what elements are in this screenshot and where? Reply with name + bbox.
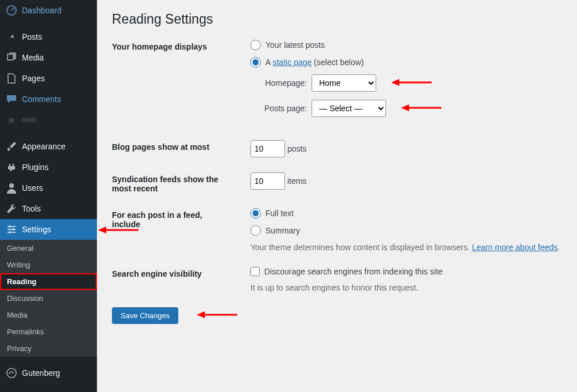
label-search-visibility: Search engine visibility: [112, 267, 227, 278]
user-icon: [6, 182, 17, 194]
sidebar-label: Comments: [22, 95, 61, 104]
posts-page-select-label: Posts page:: [261, 104, 307, 113]
sub-item-privacy[interactable]: Privacy: [0, 340, 97, 357]
admin-sidebar: Dashboard Posts Media Pages Comments ■ •…: [0, 0, 97, 392]
sidebar-item-pages[interactable]: Pages: [0, 68, 97, 89]
annotation-arrow-postspage: [401, 103, 441, 115]
sidebar-label: Appearance: [22, 142, 66, 151]
checkbox-label-discourage: Discourage search engines from indexing …: [264, 267, 443, 276]
row-feed-include: For each post in a feed, include Full te…: [112, 208, 562, 252]
sidebar-item-plugins[interactable]: Plugins: [0, 157, 97, 178]
sidebar-item-gutenberg[interactable]: Gutenberg: [0, 363, 97, 383]
sidebar-label: Posts: [22, 32, 42, 42]
checkbox-discourage[interactable]: [250, 267, 260, 276]
feed-note-pre: Your theme determines how content is dis…: [250, 243, 472, 252]
sidebar-item-settings[interactable]: Settings: [0, 219, 97, 240]
page-title: Reading Settings: [112, 12, 562, 27]
homepage-select-label: Homepage:: [261, 78, 307, 88]
sidebar-item-plugin[interactable]: ■ •••••: [0, 110, 97, 130]
media-icon: [6, 52, 17, 63]
radio-label-summary: Summary: [265, 226, 300, 235]
sidebar-label: •••••: [22, 115, 36, 125]
posts-page-select[interactable]: — Select —: [312, 100, 386, 117]
radio-full-text[interactable]: [250, 208, 261, 218]
radio-static-page[interactable]: [250, 57, 261, 67]
row-syndication: Syndication feeds show the most recent i…: [112, 172, 562, 193]
search-note: It is up to search engines to honor this…: [250, 283, 562, 292]
radio-latest-posts[interactable]: [250, 40, 261, 50]
static-page-link[interactable]: static page: [272, 58, 312, 67]
unit-posts: posts: [287, 144, 306, 153]
pages-icon: [6, 73, 17, 84]
pin-icon: [6, 31, 17, 43]
homepage-select[interactable]: Home: [312, 74, 376, 92]
svg-point-2: [9, 225, 11, 228]
label-blog-pages: Blog pages show at most: [112, 140, 227, 152]
plug-icon: [6, 161, 17, 173]
brush-icon: [6, 141, 17, 152]
sidebar-item-users[interactable]: Users: [0, 178, 97, 198]
sub-item-general[interactable]: General: [0, 240, 97, 257]
save-changes-button[interactable]: Save Changes: [112, 307, 178, 324]
sidebar-label: Media: [22, 53, 44, 62]
sidebar-item-comments[interactable]: Comments: [0, 89, 97, 110]
sidebar-label: Users: [22, 183, 43, 193]
row-blog-pages: Blog pages show at most posts: [112, 140, 562, 157]
sidebar-item-posts[interactable]: Posts: [0, 27, 97, 47]
svg-marker-13: [197, 311, 205, 318]
generic-icon: ■: [6, 114, 17, 126]
sidebar-label: Settings: [22, 225, 51, 234]
radio-label-static-pre: A: [265, 58, 272, 67]
blog-pages-input[interactable]: [250, 140, 285, 157]
svg-marker-11: [401, 104, 409, 111]
svg-point-1: [9, 183, 14, 188]
radio-summary[interactable]: [250, 225, 261, 236]
radio-label-full: Full text: [265, 209, 294, 218]
sidebar-item-tools[interactable]: Tools: [0, 198, 97, 219]
row-search-visibility: Search engine visibility Discourage sear…: [112, 267, 562, 292]
annotation-arrow-save: [197, 310, 237, 322]
settings-content: Reading Settings Your homepage displays …: [97, 0, 577, 392]
syndication-input[interactable]: [250, 172, 285, 190]
sidebar-label: Plugins: [22, 163, 48, 172]
sub-item-permalinks[interactable]: Permalinks: [0, 323, 97, 340]
gutenberg-icon: [6, 367, 17, 379]
sidebar-label: Tools: [22, 204, 41, 213]
label-syndication: Syndication feeds show the most recent: [112, 172, 227, 193]
row-homepage: Your homepage displays Your latest posts…: [112, 40, 562, 125]
comments-icon: [6, 93, 17, 105]
unit-items: items: [287, 176, 306, 186]
sidebar-item-media[interactable]: Media: [0, 47, 97, 68]
label-homepage: Your homepage displays: [112, 40, 227, 51]
annotation-arrow-homepage: [391, 77, 432, 89]
sidebar-item-appearance[interactable]: Appearance: [0, 136, 97, 157]
sidebar-label: Dashboard: [22, 6, 62, 15]
sliders-icon: [6, 224, 17, 235]
wrench-icon: [6, 203, 17, 214]
sub-item-writing[interactable]: Writing: [0, 257, 97, 273]
radio-label-static-post: (select below): [312, 58, 364, 67]
sidebar-label: Gutenberg: [22, 368, 60, 378]
radio-label-latest: Your latest posts: [265, 40, 325, 50]
learn-more-feeds-link[interactable]: Learn more about feeds: [472, 243, 558, 252]
annotation-arrow-settings: [98, 225, 138, 238]
dashboard-icon: [6, 5, 17, 16]
svg-point-3: [12, 228, 14, 231]
svg-point-5: [7, 368, 16, 378]
sidebar-item-dashboard[interactable]: Dashboard: [0, 0, 97, 21]
sub-item-reading[interactable]: Reading: [0, 273, 97, 290]
svg-marker-7: [98, 227, 106, 233]
sub-item-discussion[interactable]: Discussion: [0, 290, 97, 307]
svg-point-4: [9, 231, 11, 233]
settings-submenu: General Writing Reading Discussion Media…: [0, 240, 97, 357]
sidebar-label: Pages: [22, 74, 45, 83]
svg-marker-9: [391, 79, 399, 86]
sub-item-media[interactable]: Media: [0, 307, 97, 323]
